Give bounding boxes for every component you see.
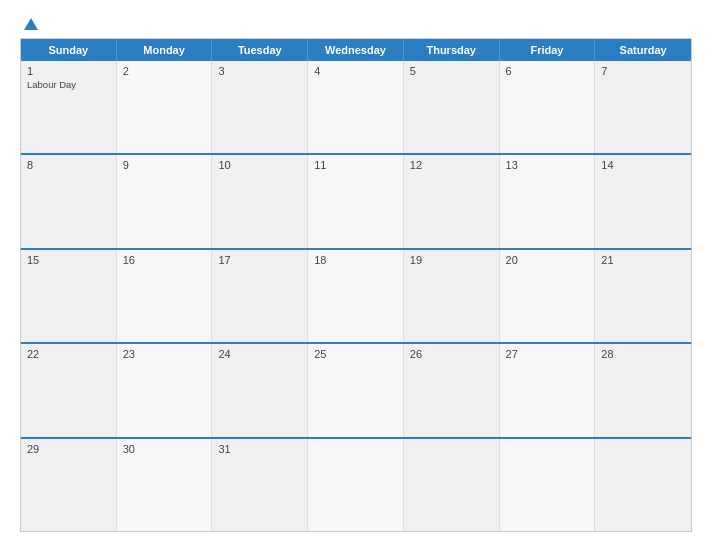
day-number: 24 bbox=[218, 348, 301, 360]
day-number: 22 bbox=[27, 348, 110, 360]
day-cell: 19 bbox=[404, 250, 500, 342]
day-number: 6 bbox=[506, 65, 589, 77]
day-header-tuesday: Tuesday bbox=[212, 39, 308, 61]
day-cell: 1Labour Day bbox=[21, 61, 117, 153]
day-header-saturday: Saturday bbox=[595, 39, 691, 61]
calendar-page: SundayMondayTuesdayWednesdayThursdayFrid… bbox=[0, 0, 712, 550]
day-number: 26 bbox=[410, 348, 493, 360]
day-cell bbox=[308, 439, 404, 531]
day-cell: 27 bbox=[500, 344, 596, 436]
day-number: 23 bbox=[123, 348, 206, 360]
day-cell: 4 bbox=[308, 61, 404, 153]
day-number: 2 bbox=[123, 65, 206, 77]
day-headers-row: SundayMondayTuesdayWednesdayThursdayFrid… bbox=[21, 39, 691, 61]
day-cell: 8 bbox=[21, 155, 117, 247]
day-header-friday: Friday bbox=[500, 39, 596, 61]
weeks-container: 1Labour Day23456789101112131415161718192… bbox=[21, 61, 691, 531]
day-number: 20 bbox=[506, 254, 589, 266]
day-cell: 12 bbox=[404, 155, 500, 247]
day-cell: 7 bbox=[595, 61, 691, 153]
day-cell: 9 bbox=[117, 155, 213, 247]
day-number: 25 bbox=[314, 348, 397, 360]
day-cell: 29 bbox=[21, 439, 117, 531]
week-row-2: 891011121314 bbox=[21, 153, 691, 247]
day-number: 7 bbox=[601, 65, 685, 77]
day-cell: 2 bbox=[117, 61, 213, 153]
holiday-label: Labour Day bbox=[27, 79, 110, 90]
day-cell: 16 bbox=[117, 250, 213, 342]
day-cell: 24 bbox=[212, 344, 308, 436]
week-row-3: 15161718192021 bbox=[21, 248, 691, 342]
day-header-thursday: Thursday bbox=[404, 39, 500, 61]
day-number: 4 bbox=[314, 65, 397, 77]
day-number: 8 bbox=[27, 159, 110, 171]
day-cell: 18 bbox=[308, 250, 404, 342]
day-number: 28 bbox=[601, 348, 685, 360]
day-cell bbox=[404, 439, 500, 531]
day-cell: 30 bbox=[117, 439, 213, 531]
logo-triangle-icon bbox=[24, 18, 38, 30]
day-cell: 14 bbox=[595, 155, 691, 247]
day-number: 1 bbox=[27, 65, 110, 77]
day-number: 14 bbox=[601, 159, 685, 171]
day-cell: 10 bbox=[212, 155, 308, 247]
day-number: 13 bbox=[506, 159, 589, 171]
day-cell: 21 bbox=[595, 250, 691, 342]
day-cell: 17 bbox=[212, 250, 308, 342]
day-cell: 15 bbox=[21, 250, 117, 342]
day-number: 5 bbox=[410, 65, 493, 77]
day-header-sunday: Sunday bbox=[21, 39, 117, 61]
day-number: 19 bbox=[410, 254, 493, 266]
day-number: 16 bbox=[123, 254, 206, 266]
day-header-wednesday: Wednesday bbox=[308, 39, 404, 61]
day-cell bbox=[595, 439, 691, 531]
day-number: 10 bbox=[218, 159, 301, 171]
day-number: 30 bbox=[123, 443, 206, 455]
day-number: 17 bbox=[218, 254, 301, 266]
day-cell bbox=[500, 439, 596, 531]
day-number: 31 bbox=[218, 443, 301, 455]
day-cell: 11 bbox=[308, 155, 404, 247]
header bbox=[20, 18, 692, 30]
day-number: 9 bbox=[123, 159, 206, 171]
day-cell: 3 bbox=[212, 61, 308, 153]
day-number: 11 bbox=[314, 159, 397, 171]
day-number: 18 bbox=[314, 254, 397, 266]
day-number: 3 bbox=[218, 65, 301, 77]
day-number: 27 bbox=[506, 348, 589, 360]
day-cell: 23 bbox=[117, 344, 213, 436]
calendar-grid: SundayMondayTuesdayWednesdayThursdayFrid… bbox=[20, 38, 692, 532]
day-cell: 5 bbox=[404, 61, 500, 153]
day-cell: 22 bbox=[21, 344, 117, 436]
day-cell: 25 bbox=[308, 344, 404, 436]
day-cell: 28 bbox=[595, 344, 691, 436]
day-header-monday: Monday bbox=[117, 39, 213, 61]
week-row-4: 22232425262728 bbox=[21, 342, 691, 436]
day-cell: 13 bbox=[500, 155, 596, 247]
day-cell: 20 bbox=[500, 250, 596, 342]
day-cell: 31 bbox=[212, 439, 308, 531]
week-row-1: 1Labour Day234567 bbox=[21, 61, 691, 153]
week-row-5: 293031 bbox=[21, 437, 691, 531]
logo bbox=[20, 18, 42, 30]
day-number: 15 bbox=[27, 254, 110, 266]
day-number: 12 bbox=[410, 159, 493, 171]
day-cell: 6 bbox=[500, 61, 596, 153]
day-number: 29 bbox=[27, 443, 110, 455]
day-cell: 26 bbox=[404, 344, 500, 436]
day-number: 21 bbox=[601, 254, 685, 266]
